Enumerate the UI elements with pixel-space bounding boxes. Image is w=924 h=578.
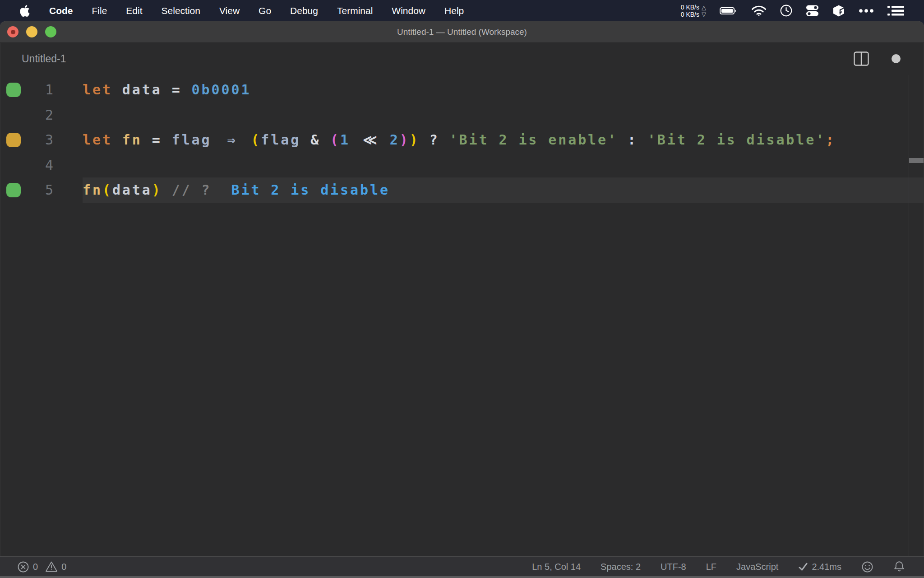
code-line-1[interactable]: 1let data = 0b0001	[0, 77, 924, 103]
traffic-lights	[7, 21, 56, 42]
gutter-cell	[0, 183, 27, 197]
apple-menu[interactable]	[20, 5, 30, 17]
network-speed-indicator[interactable]: 0 KB/s 0 KB/s △ ▽	[681, 4, 706, 18]
code-text: fn(data) // ? Bit 2 is disable	[83, 182, 390, 198]
menu-item-view[interactable]: View	[210, 5, 249, 16]
menu-item-window[interactable]: Window	[382, 5, 435, 16]
more-status-item[interactable]	[859, 9, 874, 13]
app-status-item[interactable]	[832, 5, 845, 17]
network-up-speed: 0 KB/s	[681, 4, 699, 11]
warnings-count: 0	[61, 562, 66, 572]
gutter-cell	[0, 83, 27, 97]
menu-item-code[interactable]: Code	[40, 5, 83, 16]
line-number: 1	[27, 82, 53, 98]
tab-untitled-1[interactable]: Untitled-1	[22, 53, 66, 65]
perf-time: 2.41ms	[812, 562, 841, 572]
code-line-4[interactable]: 4	[0, 153, 924, 178]
overview-ruler-mark	[909, 158, 924, 163]
close-window-button[interactable]	[7, 26, 18, 37]
notifications-bell-icon[interactable]	[893, 560, 905, 573]
code-area[interactable]: 1let data = 0b000123let fn = flag ⇒ (fla…	[0, 75, 924, 203]
quokka-indicator-yellow	[6, 133, 21, 147]
gutter-cell	[0, 133, 27, 147]
editor-header: Untitled-1	[0, 43, 924, 75]
overview-ruler[interactable]	[909, 75, 924, 556]
menu-item-terminal[interactable]: Terminal	[328, 5, 382, 16]
errors-count: 0	[33, 562, 38, 572]
box-icon	[832, 5, 845, 17]
code-line-3[interactable]: 3let fn = flag ⇒ (flag & (1 ≪ 2)) ? 'Bit…	[0, 127, 924, 153]
status-item-javascript[interactable]: JavaScript	[736, 562, 778, 572]
quokka-indicator-green	[6, 183, 21, 197]
menu-item-debug[interactable]: Debug	[281, 5, 328, 16]
menu-item-selection[interactable]: Selection	[152, 5, 210, 16]
problems-indicator[interactable]: 0 0	[17, 561, 70, 573]
errors-icon	[17, 561, 29, 573]
apple-icon	[20, 5, 30, 17]
network-down-speed: 0 KB/s	[681, 11, 699, 18]
check-icon	[798, 562, 808, 571]
feedback-smiley-icon[interactable]	[861, 561, 873, 573]
quokka-perf-indicator[interactable]: 2.41ms	[798, 562, 841, 572]
clock-icon	[780, 5, 792, 17]
clock-status[interactable]	[780, 5, 792, 17]
zoom-window-button[interactable]	[45, 26, 56, 37]
code-line-2[interactable]: 2	[0, 103, 924, 128]
status-item-utf-8[interactable]: UTF-8	[661, 562, 686, 572]
toggles-icon	[806, 5, 819, 17]
warnings-icon	[45, 561, 58, 573]
wifi-status[interactable]	[751, 5, 767, 16]
status-item-lf[interactable]: LF	[706, 562, 716, 572]
code-text: let fn = flag ⇒ (flag & (1 ≪ 2)) ? 'Bit …	[83, 132, 836, 148]
line-number: 3	[27, 132, 53, 148]
menu-item-file[interactable]: File	[83, 5, 117, 16]
code-line-5[interactable]: 5fn(data) // ? Bit 2 is disable	[0, 177, 924, 203]
line-number: 4	[27, 157, 53, 173]
wifi-icon	[751, 5, 767, 16]
download-arrow-icon: ▽	[702, 11, 706, 18]
list-icon	[887, 5, 904, 17]
control-center[interactable]	[806, 5, 819, 17]
window-titlebar[interactable]: Untitled-1 — Untitled (Workspace)	[0, 21, 924, 43]
status-item-ln-5-col-14[interactable]: Ln 5, Col 14	[532, 562, 581, 572]
unsaved-changes-indicator[interactable]	[892, 54, 901, 63]
statusbar: 0 0 Ln 5, Col 14Spaces: 2UTF-8LFJavaScri…	[0, 556, 924, 578]
list-status-item[interactable]	[887, 5, 904, 17]
battery-status[interactable]	[720, 6, 738, 15]
status-item-spaces-2[interactable]: Spaces: 2	[601, 562, 641, 572]
window-title: Untitled-1 — Untitled (Workspace)	[397, 27, 527, 37]
upload-arrow-icon: △	[702, 4, 706, 11]
battery-icon	[720, 6, 738, 15]
ellipsis-icon	[859, 9, 874, 13]
code-text: let data = 0b0001	[83, 82, 251, 98]
quokka-indicator-green	[6, 83, 21, 97]
menu-item-go[interactable]: Go	[249, 5, 281, 16]
menubar-items: CodeFileEditSelectionViewGoDebugTerminal…	[40, 5, 473, 16]
split-editor-icon[interactable]	[854, 51, 869, 66]
menu-item-edit[interactable]: Edit	[116, 5, 152, 16]
vscode-window: Untitled-1 — Untitled (Workspace) Untitl…	[0, 21, 924, 578]
line-number: 2	[27, 107, 53, 123]
macos-menubar: CodeFileEditSelectionViewGoDebugTerminal…	[0, 0, 924, 21]
minimize-window-button[interactable]	[26, 26, 37, 37]
menu-item-help[interactable]: Help	[435, 5, 473, 16]
line-number: 5	[27, 182, 53, 198]
